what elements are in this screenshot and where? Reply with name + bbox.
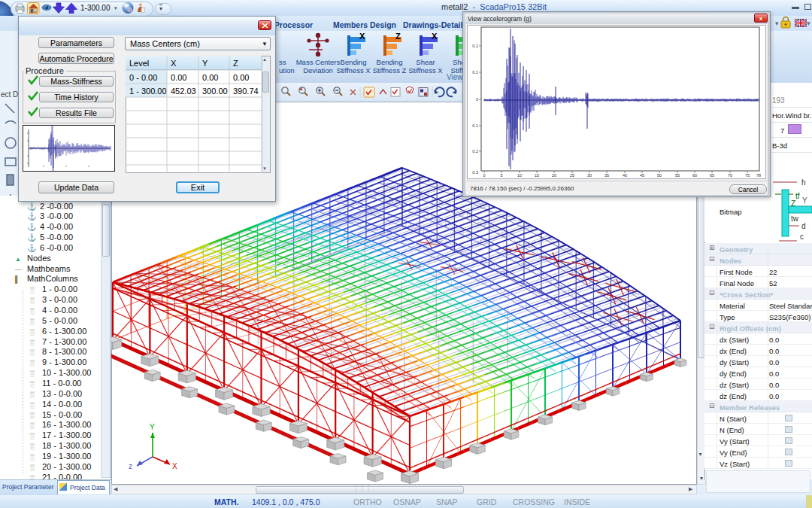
svg-text:0: 0 <box>476 97 478 102</box>
svg-text:10: 10 <box>517 173 522 178</box>
svg-text:z: z <box>129 462 132 470</box>
svg-text:40: 40 <box>623 173 627 178</box>
svg-text:0.1: 0.1 <box>472 70 478 75</box>
svg-text:Y: Y <box>150 423 155 431</box>
svg-text:15: 15 <box>535 173 539 178</box>
svg-text:5: 5 <box>500 173 502 178</box>
svg-text:20: 20 <box>552 173 556 178</box>
svg-text:60: 60 <box>692 173 697 178</box>
svg-text:35: 35 <box>604 173 609 178</box>
svg-text:78: 78 <box>756 173 761 178</box>
svg-text:30: 30 <box>587 173 592 178</box>
svg-text:0.3: 0.3 <box>472 170 478 175</box>
svg-text:c: c <box>800 233 804 241</box>
svg-text:0.2: 0.2 <box>472 44 478 48</box>
svg-text:0: 0 <box>483 173 485 178</box>
svg-text:0.2: 0.2 <box>472 149 478 154</box>
svg-text:65: 65 <box>710 173 714 178</box>
svg-text:0.1: 0.1 <box>472 123 478 128</box>
svg-text:25: 25 <box>570 173 574 178</box>
svg-text:X: X <box>172 462 177 470</box>
svg-text:45: 45 <box>640 173 644 178</box>
svg-text:70: 70 <box>728 173 732 178</box>
svg-text:75: 75 <box>745 173 750 178</box>
svg-text:55: 55 <box>675 173 680 178</box>
svg-text:50: 50 <box>657 173 662 178</box>
